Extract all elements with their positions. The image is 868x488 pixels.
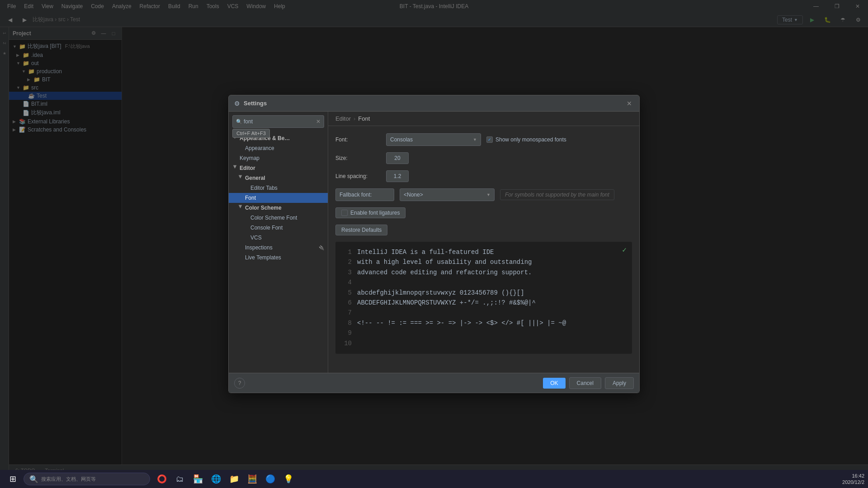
preview-line-4: 4 xyxy=(343,277,625,287)
settings-item-font[interactable]: Font xyxy=(229,193,328,203)
line-number: 10 xyxy=(343,338,352,348)
preview-text: with a high level of usability and outst… xyxy=(357,257,532,267)
chevron-down-icon: ▼ xyxy=(486,192,491,197)
taskbar-edge-icon[interactable]: 🌐 xyxy=(208,471,224,487)
settings-item-label: Editor xyxy=(240,165,255,171)
settings-item-inspections[interactable]: Inspections 🔌 xyxy=(229,243,328,253)
preview-text: advanced code editing and refactoring su… xyxy=(357,267,532,277)
settings-item-color-scheme-font[interactable]: Color Scheme Font xyxy=(229,213,328,223)
dialog-titlebar: ⚙ Settings ✕ xyxy=(229,95,639,112)
taskbar-store-icon[interactable]: 🏪 xyxy=(190,471,206,487)
checkbox-icon: ✓ xyxy=(486,136,493,143)
settings-item-label: Font xyxy=(245,195,256,201)
taskbar-date-value: 2020/12/2 xyxy=(842,479,864,485)
settings-section-color-scheme[interactable]: ▶ Color Scheme xyxy=(229,203,328,213)
settings-left-pane: 🔍 ✕ Ctrl+F Alt+F3 ▶ Appearance & Be… App… xyxy=(229,112,328,373)
line-number: 4 xyxy=(343,277,352,287)
modal-overlay: ⚙ Settings ✕ 🔍 ✕ Ctrl+F Alt+F3 ▶ Appeara… xyxy=(0,0,868,488)
preview-text: IntelliJ IDEA is a full-featured IDE xyxy=(357,247,494,257)
line-spacing-input[interactable] xyxy=(386,170,409,182)
dialog-title: Settings xyxy=(244,100,267,107)
preview-line-7: 7 xyxy=(343,308,625,318)
taskbar-explorer-icon[interactable]: 📁 xyxy=(226,471,242,487)
taskbar-files-icon[interactable]: 🗂 xyxy=(172,471,188,487)
line-number: 8 xyxy=(343,318,352,328)
settings-item-label: Color Scheme Font xyxy=(250,215,297,221)
windows-taskbar: ⊞ 🔍 搜索应用、文档、网页等 ⭕ 🗂 🏪 🌐 📁 🧮 🔵 💡 16:42 20… xyxy=(0,470,868,488)
restore-defaults-row: Restore Defaults xyxy=(335,225,632,235)
ok-button[interactable]: OK xyxy=(543,378,565,389)
fallback-font-value: <None> xyxy=(404,192,423,198)
preview-line-10: 10 xyxy=(343,338,625,348)
settings-section-editor[interactable]: ▶ Editor xyxy=(229,163,328,173)
settings-item-label: Keymap xyxy=(240,155,259,161)
help-button[interactable]: ? xyxy=(234,378,245,389)
settings-item-console-font[interactable]: Console Font xyxy=(229,223,328,233)
taskbar-center-icons: ⭕ 🗂 🏪 🌐 📁 🧮 🔵 💡 xyxy=(154,471,297,487)
settings-item-label: Live Templates xyxy=(245,254,281,261)
show-monospaced-checkbox[interactable]: ✓ Show only monospaced fonts xyxy=(486,136,566,143)
taskbar-time-value: 16:42 xyxy=(842,473,864,479)
breadcrumb: Editor › Font xyxy=(328,112,639,126)
preview-text: ABCDEFGHIJKLMNOPQRSTUVWXYZ +-*/= .,;:!? … xyxy=(357,298,536,308)
preview-line-9: 9 xyxy=(343,328,625,338)
expand-arrow-icon: ▶ xyxy=(233,165,237,171)
font-label: Font: xyxy=(335,136,381,143)
settings-search-input[interactable] xyxy=(232,115,324,128)
taskbar-search-placeholder: 搜索应用、文档、网页等 xyxy=(41,476,96,483)
fallback-font-row: Fallback font: <None> ▼ For symbols not … xyxy=(335,188,632,201)
settings-item-label: VCS xyxy=(250,235,262,241)
search-tooltip: Ctrl+F Alt+F3 xyxy=(232,129,270,138)
search-icon: 🔍 xyxy=(29,475,38,483)
search-wrap: 🔍 ✕ Ctrl+F Alt+F3 xyxy=(229,112,328,131)
expand-arrow-icon: ▶ xyxy=(238,205,243,211)
line-spacing-label: Line spacing: xyxy=(335,173,381,179)
restore-defaults-button[interactable]: Restore Defaults xyxy=(335,225,387,235)
settings-item-vcs[interactable]: VCS xyxy=(229,233,328,243)
restore-defaults-label: Restore Defaults xyxy=(341,227,382,233)
fallback-font-label[interactable]: Fallback font: xyxy=(335,188,394,201)
dialog-close-button[interactable]: ✕ xyxy=(625,99,634,108)
breadcrumb-parent: Editor xyxy=(335,115,351,122)
breadcrumb-separator: › xyxy=(354,115,355,122)
dialog-settings-icon: ⚙ xyxy=(234,100,240,107)
preview-line-6: 6 ABCDEFGHIJKLMNOPQRSTUVWXYZ +-*/= .,;:!… xyxy=(343,298,625,308)
taskbar-search-box[interactable]: 🔍 搜索应用、文档、网页等 xyxy=(24,473,150,485)
taskbar-clock: 16:42 2020/12/2 xyxy=(842,473,864,486)
size-input[interactable] xyxy=(386,152,409,164)
taskbar-search-icon[interactable]: ⭕ xyxy=(154,471,170,487)
preview-line-3: 3 advanced code editing and refactoring … xyxy=(343,267,625,277)
cancel-button[interactable]: Cancel xyxy=(569,377,601,389)
settings-item-editor-tabs[interactable]: Editor Tabs xyxy=(229,183,328,193)
enable-ligatures-checkbox[interactable]: Enable font ligatures xyxy=(335,207,406,218)
settings-item-label: Console Font xyxy=(250,225,283,231)
settings-item-live-templates[interactable]: Live Templates xyxy=(229,253,328,263)
apply-button[interactable]: Apply xyxy=(605,377,634,389)
taskbar-matlab-icon[interactable]: 🧮 xyxy=(244,471,260,487)
font-dropdown[interactable]: Consolas ▼ xyxy=(386,133,481,146)
size-row: Size: xyxy=(335,152,632,164)
settings-item-label: Inspections xyxy=(245,244,273,251)
taskbar-chrome-icon[interactable]: 🔵 xyxy=(262,471,278,487)
line-number: 1 xyxy=(343,247,352,257)
preview-text: <!-- -- != := === >= >- => |-> -> <$> </… xyxy=(357,318,566,328)
expand-arrow-icon: ▶ xyxy=(238,175,243,181)
start-button[interactable]: ⊞ xyxy=(4,470,22,488)
size-label: Size: xyxy=(335,155,381,161)
settings-section-general[interactable]: ▶ General xyxy=(229,173,328,183)
settings-item-keymap[interactable]: Keymap xyxy=(229,153,328,163)
font-value: Consolas xyxy=(390,136,413,143)
settings-item-appearance[interactable]: Appearance xyxy=(229,143,328,153)
chevron-down-icon: ▼ xyxy=(473,137,477,142)
taskbar-idea-icon[interactable]: 💡 xyxy=(280,471,297,487)
preview-text: abcdefghijklmnopqrstuvwxyz 0123456789 ()… xyxy=(357,288,524,298)
breadcrumb-current: Font xyxy=(358,115,370,122)
fallback-font-dropdown[interactable]: <None> ▼ xyxy=(400,188,495,201)
settings-item-label: Color Scheme xyxy=(245,205,282,211)
ligatures-row: Enable font ligatures xyxy=(335,207,632,218)
settings-item-label: Appearance xyxy=(245,145,274,151)
plugin-icon: 🔌 xyxy=(319,245,324,250)
settings-right-pane: Editor › Font Font: Consolas ▼ ✓ xyxy=(328,112,639,373)
preview-line-2: 2 with a high level of usability and out… xyxy=(343,257,625,267)
search-clear-icon[interactable]: ✕ xyxy=(316,118,321,125)
